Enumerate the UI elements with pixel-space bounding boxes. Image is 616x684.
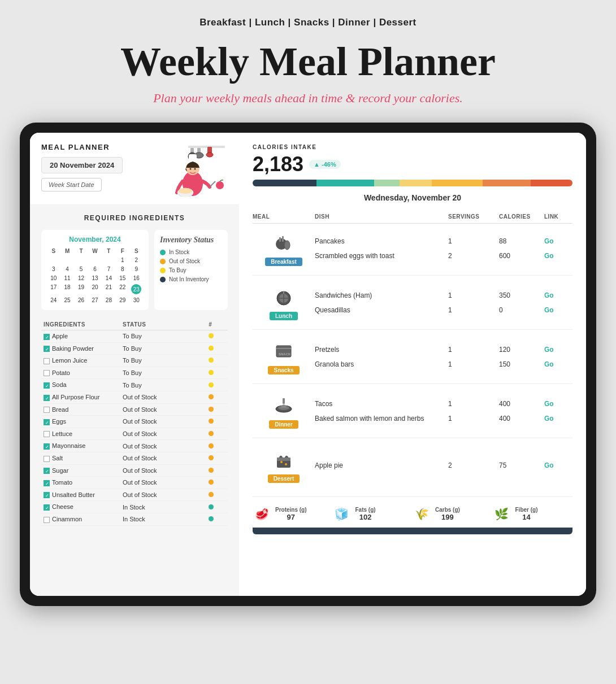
dish-servings: 1 <box>448 291 499 299</box>
table-row: Bread Out of Stock <box>41 403 228 416</box>
dish-calories: 400 <box>499 415 544 422</box>
meal-tag-snacks: Snacks <box>268 366 299 374</box>
nutrition-label: Fiber (g) <box>515 507 538 513</box>
meal-tag-breakfast: Breakfast <box>265 258 302 266</box>
go-link[interactable]: Go <box>544 461 572 469</box>
dish-calories: 88 <box>499 237 544 245</box>
top-nav: Breakfast | Lunch | Snacks | Dinner | De… <box>199 17 417 28</box>
lunch-icon <box>271 285 296 310</box>
current-date: 20 November 2024 <box>41 157 123 173</box>
svg-text:SNACK: SNACK <box>279 352 291 356</box>
go-link[interactable]: Go <box>544 252 572 260</box>
nutrition-item: 🧊 Fats (g) 102 <box>333 505 413 523</box>
col-link: LINK <box>544 214 572 220</box>
nutrition-value: 102 <box>355 513 376 521</box>
footer-bar <box>253 528 572 534</box>
nutrition-item: 🌾 Carbs (g) 199 <box>413 505 493 523</box>
svg-point-17 <box>194 168 196 170</box>
meal-links[interactable]: GoGo <box>544 400 572 422</box>
nutrition-icon: 🌾 <box>413 505 431 523</box>
meal-calories: 88600 <box>499 237 544 260</box>
table-row: Baking Powder To Buy <box>41 342 228 355</box>
svg-rect-20 <box>282 236 284 242</box>
go-link[interactable]: Go <box>544 360 572 368</box>
nutrition-label: Fats (g) <box>355 507 376 513</box>
go-link[interactable]: Go <box>544 346 572 354</box>
meal-separator <box>253 329 572 330</box>
dish-calories: 150 <box>499 360 544 368</box>
meal-group: Lunch Sandwiches (Ham)Quesadillas 11 350… <box>253 280 572 325</box>
ingredient-checkbox[interactable] <box>44 346 50 352</box>
meal-icon-cell: Breakfast <box>253 226 315 271</box>
meal-links[interactable]: GoGo <box>544 237 572 260</box>
svg-point-21 <box>284 241 290 250</box>
ingredient-checkbox[interactable] <box>44 358 50 364</box>
ingredient-checkbox[interactable] <box>44 504 50 511</box>
svg-rect-32 <box>283 398 285 404</box>
inventory-item: Out of Stock <box>160 258 222 264</box>
dish-name: Granola bars <box>315 360 448 368</box>
ingredient-checkbox[interactable] <box>44 382 50 389</box>
go-link[interactable]: Go <box>544 291 572 299</box>
meal-servings: 11 <box>448 291 499 314</box>
meal-servings: 12 <box>448 237 499 260</box>
chef-illustration <box>166 143 228 197</box>
meal-icon-cell: Dessert <box>253 443 315 487</box>
table-row: Lettuce Out of Stock <box>41 428 228 440</box>
calories-bar <box>253 180 572 186</box>
snacks-icon: SNACK <box>271 339 296 364</box>
calories-section: CALORIES INTAKE 2,183 ▲ -46% Wednesday, … <box>253 144 572 202</box>
col-dish: DISH <box>315 214 448 220</box>
table-row: Lemon Juice To Buy <box>41 355 228 367</box>
meal-links[interactable]: GoGo <box>544 346 572 368</box>
nutrition-value: 97 <box>275 513 307 521</box>
meal-group: SNACK Snacks PretzelsGranola bars 11 120… <box>253 334 572 379</box>
dish-servings: 2 <box>448 461 499 469</box>
dish-servings: 1 <box>448 237 499 245</box>
dish-servings: 1 <box>448 360 499 368</box>
ingredient-checkbox[interactable] <box>44 517 50 523</box>
nutrition-item: 🌿 Fiber (g) 14 <box>493 505 573 523</box>
calories-badge: ▲ -46% <box>309 160 341 169</box>
meal-calories: 3500 <box>499 291 544 314</box>
go-link[interactable]: Go <box>544 400 572 408</box>
dish-calories: 75 <box>499 461 544 469</box>
meal-group: Dinner TacosBaked salmon with lemon and … <box>253 389 572 433</box>
week-start-button[interactable]: Week Start Date <box>41 178 102 191</box>
meal-icon-cell: SNACK Snacks <box>253 334 315 379</box>
meal-dishes: PretzelsGranola bars <box>315 341 448 373</box>
ingredient-checkbox[interactable] <box>44 456 50 462</box>
tablet-frame: MEAL PLANNER 20 November 2024 Week Start… <box>20 123 596 606</box>
right-panel: CALORIES INTAKE 2,183 ▲ -46% Wednesday, … <box>239 133 586 596</box>
ingredient-checkbox[interactable] <box>44 443 50 450</box>
svg-rect-33 <box>277 460 290 468</box>
go-link[interactable]: Go <box>544 237 572 245</box>
ingredient-checkbox[interactable] <box>44 419 50 425</box>
meal-links[interactable]: Go <box>544 461 572 469</box>
ingredient-checkbox[interactable] <box>44 370 50 376</box>
ingredient-checkbox[interactable] <box>44 334 50 340</box>
meal-tag-dessert: Dessert <box>268 474 300 483</box>
dish-name: Sandwiches (Ham) <box>315 291 448 299</box>
ingredient-checkbox[interactable] <box>44 480 50 486</box>
meal-links[interactable]: GoGo <box>544 291 572 314</box>
go-link[interactable]: Go <box>544 306 572 314</box>
dish-calories: 0 <box>499 306 544 314</box>
nutrition-footer: 🥩 Proteins (g) 97 🧊 Fats (g) 102 🌾 Carbs… <box>253 496 572 523</box>
nutrition-icon: 🌿 <box>493 505 511 523</box>
inventory-status: Inventory Status In StockOut of StockTo … <box>154 230 228 310</box>
ingredient-checkbox[interactable] <box>44 492 50 498</box>
dish-name: Tacos <box>315 400 448 408</box>
ingredient-checkbox[interactable] <box>44 407 50 413</box>
ingredient-checkbox[interactable] <box>44 468 50 474</box>
meal-servings: 2 <box>448 461 499 469</box>
ingredient-checkbox[interactable] <box>44 431 50 437</box>
table-row: Mayonnaise Out of Stock <box>41 440 228 452</box>
ingredient-checkbox[interactable] <box>44 395 50 401</box>
dish-servings: 2 <box>448 252 499 260</box>
calories-total: 2,183 <box>253 153 303 176</box>
table-row: Cheese In Stock <box>41 501 228 513</box>
go-link[interactable]: Go <box>544 415 572 422</box>
dinner-icon <box>271 393 296 418</box>
svg-point-7 <box>206 153 213 157</box>
